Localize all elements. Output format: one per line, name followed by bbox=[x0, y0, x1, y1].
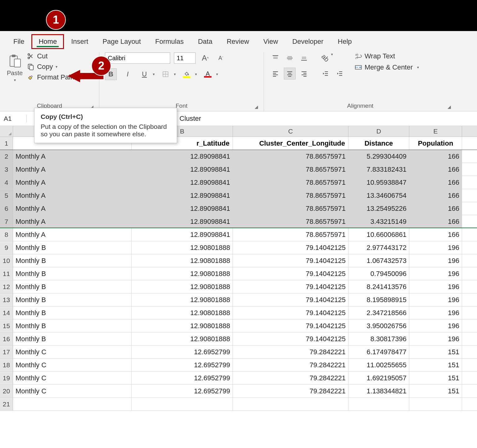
cell-E20[interactable]: 151 bbox=[409, 385, 462, 397]
cell-B4[interactable]: 12.89098841 bbox=[132, 176, 233, 189]
row-3[interactable]: 3Monthly A12.8909884178.865759717.833182… bbox=[0, 163, 477, 176]
font-color-button[interactable]: A bbox=[202, 68, 214, 80]
spreadsheet[interactable]: ABCDE 1r_LatitudeCluster_Center_Longitud… bbox=[0, 126, 477, 411]
row-20[interactable]: 20Monthly C12.695279979.28422211.1383448… bbox=[0, 385, 477, 398]
row-header-3[interactable]: 3 bbox=[0, 163, 13, 176]
cell-D11[interactable]: 0.79450096 bbox=[348, 267, 409, 280]
row-header-21[interactable]: 21 bbox=[0, 398, 13, 410]
cell-B3[interactable]: 12.89098841 bbox=[132, 163, 233, 176]
increase-font-icon[interactable]: A^ bbox=[199, 52, 211, 64]
cell-C2[interactable]: 78.86575971 bbox=[233, 150, 348, 163]
decrease-indent-button[interactable] bbox=[319, 68, 331, 79]
align-right-button[interactable] bbox=[298, 68, 310, 79]
name-box[interactable]: A1 bbox=[0, 115, 27, 122]
cell-B2[interactable]: 12.89098841 bbox=[132, 150, 233, 163]
cell-E7[interactable]: 166 bbox=[409, 215, 462, 228]
row-13[interactable]: 13Monthly B12.9080188879.140421258.19589… bbox=[0, 293, 477, 306]
row-header-7[interactable]: 7 bbox=[0, 215, 13, 228]
cell-B5[interactable]: 12.89098841 bbox=[132, 189, 233, 202]
cell-C4[interactable]: 78.86575971 bbox=[233, 176, 348, 189]
cell-D21[interactable] bbox=[348, 398, 409, 410]
row-6[interactable]: 6Monthly A12.8909884178.8657597113.25495… bbox=[0, 202, 477, 215]
cell-C20[interactable]: 79.2842221 bbox=[233, 385, 348, 397]
cell-C9[interactable]: 79.14042125 bbox=[233, 241, 348, 254]
cell-B11[interactable]: 12.90801888 bbox=[132, 267, 233, 280]
cell-C17[interactable]: 79.2842221 bbox=[233, 346, 348, 358]
row-7[interactable]: 7Monthly A12.8909884178.865759713.432151… bbox=[0, 215, 477, 228]
cell-A9[interactable]: Monthly B bbox=[13, 241, 132, 254]
row-header-12[interactable]: 12 bbox=[0, 280, 13, 293]
cell-C21[interactable] bbox=[233, 398, 348, 410]
tab-data[interactable]: Data bbox=[191, 34, 219, 49]
cell-A2[interactable]: Monthly A bbox=[13, 150, 132, 163]
tab-home[interactable]: Home bbox=[31, 34, 64, 49]
col-header-D[interactable]: D bbox=[348, 126, 409, 137]
row-header-9[interactable]: 9 bbox=[0, 241, 13, 254]
row-header-15[interactable]: 15 bbox=[0, 319, 13, 332]
cell-B16[interactable]: 12.90801888 bbox=[132, 333, 233, 345]
cell-D16[interactable]: 8.30817396 bbox=[348, 333, 409, 345]
cell-E19[interactable]: 151 bbox=[409, 372, 462, 384]
cell-A3[interactable]: Monthly A bbox=[13, 163, 132, 176]
cell-E2[interactable]: 166 bbox=[409, 150, 462, 163]
row-4[interactable]: 4Monthly A12.8909884178.8657597110.95938… bbox=[0, 176, 477, 189]
cell-A8[interactable]: Monthly A bbox=[13, 228, 132, 241]
cell-C7[interactable]: 78.86575971 bbox=[233, 215, 348, 228]
row-header-8[interactable]: 8 bbox=[0, 228, 13, 241]
row-header-20[interactable]: 20 bbox=[0, 385, 13, 397]
cell-E3[interactable]: 166 bbox=[409, 163, 462, 176]
cell-A16[interactable]: Monthly B bbox=[13, 333, 132, 345]
cell-A6[interactable]: Monthly A bbox=[13, 202, 132, 215]
row-header-16[interactable]: 16 bbox=[0, 333, 13, 345]
cell-A17[interactable]: Monthly C bbox=[13, 346, 132, 358]
cell-D2[interactable]: 5.299304409 bbox=[348, 150, 409, 163]
align-middle-button[interactable] bbox=[284, 52, 296, 64]
cell-A5[interactable]: Monthly A bbox=[13, 189, 132, 202]
cell-D18[interactable]: 11.00255655 bbox=[348, 359, 409, 371]
cell-A13[interactable]: Monthly B bbox=[13, 293, 132, 306]
row-19[interactable]: 19Monthly C12.695279979.28422211.6921950… bbox=[0, 372, 477, 385]
cell-C15[interactable]: 79.14042125 bbox=[233, 319, 348, 332]
tab-page-layout[interactable]: Page Layout bbox=[95, 34, 148, 49]
cell-C1[interactable]: Cluster_Center_Longitude bbox=[233, 137, 348, 150]
cell-D6[interactable]: 13.25495226 bbox=[348, 202, 409, 215]
cell-A4[interactable]: Monthly A bbox=[13, 176, 132, 189]
cell-E15[interactable]: 196 bbox=[409, 319, 462, 332]
tab-help[interactable]: Help bbox=[331, 34, 359, 49]
cell-E17[interactable]: 151 bbox=[409, 346, 462, 358]
font-launcher-icon[interactable]: ◢ bbox=[255, 104, 258, 109]
cell-D1[interactable]: Distance bbox=[348, 137, 409, 150]
row-21[interactable]: 21 bbox=[0, 398, 477, 411]
cell-C5[interactable]: 78.86575971 bbox=[233, 189, 348, 202]
cell-A20[interactable]: Monthly C bbox=[13, 385, 132, 397]
row-header-10[interactable]: 10 bbox=[0, 254, 13, 267]
cell-A18[interactable]: Monthly C bbox=[13, 359, 132, 371]
orientation-button[interactable]: ab bbox=[319, 52, 331, 64]
col-header-E[interactable]: E bbox=[409, 126, 462, 137]
alignment-launcher-icon[interactable]: ◢ bbox=[447, 104, 451, 109]
cell-C3[interactable]: 78.86575971 bbox=[233, 163, 348, 176]
cell-D13[interactable]: 8.195898915 bbox=[348, 293, 409, 306]
tab-insert[interactable]: Insert bbox=[64, 34, 95, 49]
cell-E12[interactable]: 196 bbox=[409, 280, 462, 293]
cell-E1[interactable]: Population bbox=[409, 137, 462, 150]
cell-A14[interactable]: Monthly B bbox=[13, 306, 132, 319]
row-14[interactable]: 14Monthly B12.9080188879.140421252.34721… bbox=[0, 306, 477, 319]
cell-A19[interactable]: Monthly C bbox=[13, 372, 132, 384]
cell-D17[interactable]: 6.174978477 bbox=[348, 346, 409, 358]
col-header-C[interactable]: C bbox=[233, 126, 348, 137]
cell-B7[interactable]: 12.89098841 bbox=[132, 215, 233, 228]
row-header-2[interactable]: 2 bbox=[0, 150, 13, 163]
borders-button[interactable] bbox=[160, 68, 171, 80]
cell-C11[interactable]: 79.14042125 bbox=[233, 267, 348, 280]
cell-D19[interactable]: 1.692195057 bbox=[348, 372, 409, 384]
cell-B18[interactable]: 12.6952799 bbox=[132, 359, 233, 371]
cell-D14[interactable]: 2.347218566 bbox=[348, 306, 409, 319]
cell-B15[interactable]: 12.90801888 bbox=[132, 319, 233, 332]
cell-B12[interactable]: 12.90801888 bbox=[132, 280, 233, 293]
cell-D9[interactable]: 2.977443172 bbox=[348, 241, 409, 254]
tab-view[interactable]: View bbox=[256, 34, 285, 49]
row-header-11[interactable]: 11 bbox=[0, 267, 13, 280]
row-17[interactable]: 17Monthly C12.695279979.28422216.1749784… bbox=[0, 346, 477, 359]
wrap-text-button[interactable]: abc Wrap Text bbox=[355, 52, 419, 60]
